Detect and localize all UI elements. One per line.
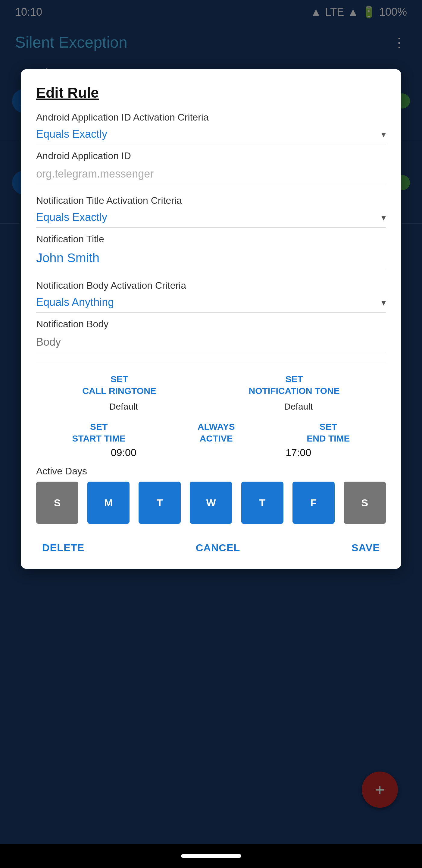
time-buttons-row: SET START TIME ALWAYS ACTIVE SET END TIM… [36, 421, 386, 444]
notification-body-criteria-label: Notification Body Activation Criteria [36, 280, 386, 291]
notification-tone-value: Default [284, 401, 313, 412]
set-end-time-button[interactable]: SET END TIME [306, 421, 350, 444]
chevron-down-icon: ▾ [381, 297, 386, 308]
notification-title-criteria-value: Equals Exactly [36, 211, 107, 224]
start-time-value: 09:00 [111, 447, 136, 458]
call-ringtone-value: Default [109, 401, 138, 412]
edit-rule-dialog: Edit Rule Android Application ID Activat… [21, 69, 401, 569]
day-saturday[interactable]: S [344, 482, 386, 524]
android-appid-criteria-dropdown[interactable]: Equals Exactly ▾ [36, 128, 386, 144]
notification-body-criteria-dropdown[interactable]: Equals Anything ▾ [36, 296, 386, 313]
chevron-down-icon: ▾ [381, 129, 386, 140]
dialog-title: Edit Rule [36, 84, 386, 101]
notification-title-field-label: Notification Title [36, 234, 386, 245]
set-notification-tone-button[interactable]: SET NOTIFICATION TONE [249, 373, 339, 397]
android-appid-criteria-value: Equals Exactly [36, 128, 107, 141]
day-wednesday[interactable]: W [190, 482, 232, 524]
navigation-bar [0, 844, 422, 868]
end-time-value: 17:00 [286, 447, 311, 458]
notification-body-criteria-value: Equals Anything [36, 296, 114, 309]
day-friday[interactable]: F [292, 482, 335, 524]
always-active-button[interactable]: ALWAYS ACTIVE [198, 421, 235, 444]
tone-defaults-row: Default Default [36, 401, 386, 412]
day-thursday[interactable]: T [241, 482, 284, 524]
time-values-row: 09:00 17:00 [36, 447, 386, 458]
active-days-row: S M T W T F S [36, 482, 386, 524]
save-button[interactable]: SAVE [346, 539, 386, 557]
home-indicator [181, 854, 241, 858]
active-days-label: Active Days [36, 466, 386, 477]
notification-body-input[interactable] [36, 333, 386, 352]
android-appid-criteria-label: Android Application ID Activation Criter… [36, 112, 386, 123]
android-appid-input[interactable] [36, 165, 386, 184]
dialog-actions: DELETE CANCEL SAVE [36, 536, 386, 557]
notification-title-criteria-label: Notification Title Activation Criteria [36, 195, 386, 206]
set-call-ringtone-button[interactable]: SET CALL RINGTONE [82, 373, 156, 397]
day-sunday[interactable]: S [36, 482, 78, 524]
delete-button[interactable]: DELETE [36, 539, 90, 557]
cancel-button[interactable]: CANCEL [190, 539, 247, 557]
android-appid-field-label: Android Application ID [36, 150, 386, 161]
day-monday[interactable]: M [87, 482, 130, 524]
notification-title-input[interactable] [36, 248, 386, 269]
notification-title-criteria-dropdown[interactable]: Equals Exactly ▾ [36, 211, 386, 227]
set-start-time-button[interactable]: SET START TIME [72, 421, 126, 444]
chevron-down-icon: ▾ [381, 212, 386, 223]
ringtone-tone-row: SET CALL RINGTONE SET NOTIFICATION TONE [36, 373, 386, 397]
notification-body-field-label: Notification Body [36, 318, 386, 330]
day-tuesday[interactable]: T [138, 482, 181, 524]
